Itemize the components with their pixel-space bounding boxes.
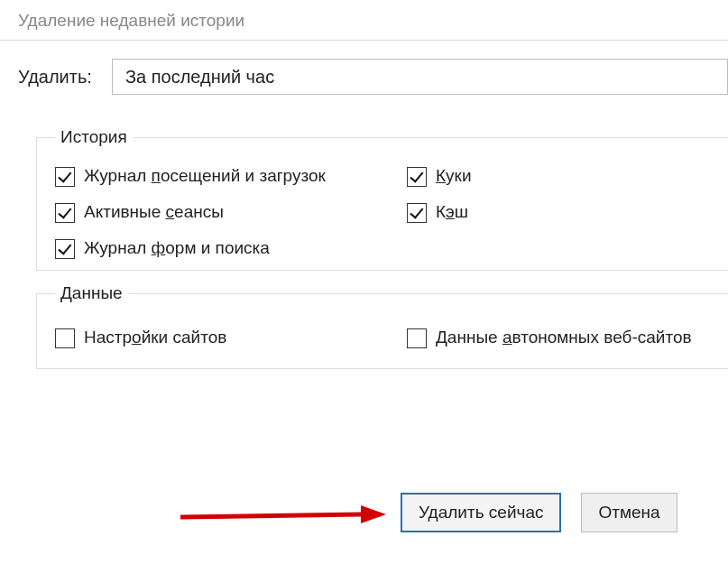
cb-site-settings[interactable]: Настройки сайтов [55, 327, 398, 348]
group-data: Данные Настройки сайтов Данные автономны… [36, 283, 728, 369]
checkbox-label: Журнал посещений и загрузок [84, 165, 326, 187]
cb-offline-data[interactable]: Данные автономных веб-сайтов [407, 327, 728, 348]
cb-form-search[interactable]: Журнал форм и поиска [55, 237, 398, 259]
dialog-content: Удалить: За последний час История Журнал… [0, 41, 728, 369]
checkbox-icon [55, 328, 75, 348]
time-range-value: За последний час [125, 67, 274, 88]
group-history-legend: История [55, 127, 133, 147]
cancel-button[interactable]: Отмена [581, 493, 677, 532]
cb-browsing-downloads[interactable]: Журнал посещений и загрузок [55, 165, 398, 187]
cb-cookies[interactable]: Куки [407, 165, 728, 187]
dialog-title: Удаление недавней истории [0, 0, 728, 38]
checkbox-icon [407, 203, 427, 223]
checkbox-label: Кэш [436, 201, 468, 223]
time-range-select[interactable]: За последний час [112, 59, 728, 95]
checkbox-label: Журнал форм и поиска [84, 237, 270, 259]
time-range-row: Удалить: За последний час [18, 59, 728, 95]
delete-now-button[interactable]: Удалить сейчас [401, 493, 561, 532]
checkbox-label: Активные сеансы [84, 201, 224, 223]
checkbox-icon [407, 167, 427, 187]
checkbox-label: Куки [436, 165, 472, 187]
checkbox-icon [55, 203, 75, 223]
group-history: История Журнал посещений и загрузок Куки… [36, 127, 728, 271]
checkbox-label: Настройки сайтов [84, 327, 226, 348]
cb-cache[interactable]: Кэш [407, 201, 728, 223]
range-label: Удалить: [18, 67, 92, 88]
group-data-legend: Данные [55, 283, 128, 303]
dialog-buttons: Удалить сейчас Отмена [0, 493, 728, 532]
checkbox-icon [407, 328, 427, 348]
cb-active-sessions[interactable]: Активные сеансы [55, 201, 398, 223]
checkbox-icon [55, 239, 75, 259]
checkbox-icon [55, 167, 75, 187]
checkbox-label: Данные автономных веб-сайтов [436, 327, 692, 348]
